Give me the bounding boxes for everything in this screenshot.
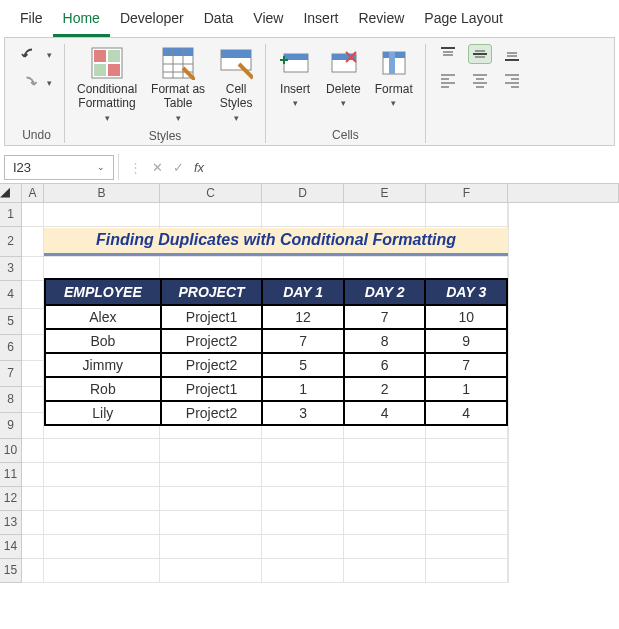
- tab-data[interactable]: Data: [194, 4, 244, 37]
- ribbon: ▾ ▾ Undo Conditional Formatting▾ Format …: [4, 37, 615, 146]
- table-row: RobProject1121: [45, 377, 507, 401]
- align-top-button[interactable]: [436, 44, 460, 64]
- formula-bar: I23 ⌄ ⋮ ✕ ✓ fx: [0, 152, 619, 184]
- table-row: JimmyProject2567: [45, 353, 507, 377]
- row-header-10[interactable]: 10: [0, 439, 22, 463]
- cancel-icon[interactable]: ✕: [152, 160, 163, 175]
- insert-button[interactable]: Insert▾: [276, 44, 314, 110]
- redo-button[interactable]: ▾: [19, 72, 54, 94]
- format-as-table-button[interactable]: Format as Table▾: [149, 44, 207, 125]
- row-header-14[interactable]: 14: [0, 535, 22, 559]
- dots-icon: ⋮: [129, 160, 142, 175]
- col-header-E[interactable]: E: [344, 184, 426, 202]
- data-table: EMPLOYEEPROJECTDAY 1DAY 2DAY 3 AlexProje…: [44, 278, 508, 426]
- tab-review[interactable]: Review: [348, 4, 414, 37]
- tab-file[interactable]: File: [10, 4, 53, 37]
- spreadsheet-grid: ◢ ABCDEF 123456789101112131415 Finding D…: [0, 184, 619, 583]
- name-box[interactable]: I23 ⌄: [4, 155, 114, 180]
- table-header: DAY 1: [262, 279, 344, 305]
- table-row: BobProject2789: [45, 329, 507, 353]
- ribbon-group-undo: ▾ ▾ Undo: [9, 44, 65, 143]
- group-label-styles: Styles: [149, 129, 182, 143]
- col-header-C[interactable]: C: [160, 184, 262, 202]
- ribbon-group-cells: Insert▾ Delete▾ Format▾ Cells: [266, 44, 426, 143]
- table-header: EMPLOYEE: [45, 279, 161, 305]
- tab-page-layout[interactable]: Page Layout: [414, 4, 513, 37]
- table-header: DAY 3: [425, 279, 507, 305]
- enter-icon[interactable]: ✓: [173, 160, 184, 175]
- align-bottom-button[interactable]: [500, 44, 524, 64]
- svg-rect-19: [389, 52, 395, 74]
- tab-developer[interactable]: Developer: [110, 4, 194, 37]
- col-header-F[interactable]: F: [426, 184, 508, 202]
- row-header-1[interactable]: 1: [0, 203, 22, 227]
- group-label-undo: Undo: [22, 128, 51, 142]
- svg-rect-2: [108, 50, 120, 62]
- row-header-8[interactable]: 8: [0, 387, 22, 413]
- row-header-11[interactable]: 11: [0, 463, 22, 487]
- svg-rect-6: [163, 48, 193, 56]
- tab-view[interactable]: View: [243, 4, 293, 37]
- table-row: AlexProject112710: [45, 305, 507, 329]
- tab-home[interactable]: Home: [53, 4, 110, 37]
- ribbon-group-alignment: [426, 44, 534, 143]
- group-label-cells: Cells: [332, 128, 359, 142]
- select-all-corner[interactable]: ◢: [0, 184, 22, 202]
- table-header: PROJECT: [161, 279, 263, 305]
- align-left-button[interactable]: [436, 70, 460, 90]
- row-header-3[interactable]: 3: [0, 257, 22, 281]
- chevron-down-icon: ⌄: [97, 162, 105, 172]
- align-middle-button[interactable]: [468, 44, 492, 64]
- svg-rect-4: [108, 64, 120, 76]
- svg-rect-1: [94, 50, 106, 62]
- table-row: LilyProject2344: [45, 401, 507, 425]
- column-headers: ◢ ABCDEF: [0, 184, 619, 203]
- row-header-15[interactable]: 15: [0, 559, 22, 583]
- tab-insert[interactable]: Insert: [293, 4, 348, 37]
- row-header-4[interactable]: 4: [0, 281, 22, 309]
- row-header-9[interactable]: 9: [0, 413, 22, 439]
- row-header-12[interactable]: 12: [0, 487, 22, 511]
- col-header-D[interactable]: D: [262, 184, 344, 202]
- svg-rect-12: [221, 50, 251, 58]
- row-header-5[interactable]: 5: [0, 309, 22, 335]
- cell-styles-button[interactable]: Cell Styles▾: [217, 44, 255, 125]
- align-right-button[interactable]: [500, 70, 524, 90]
- table-header-row: EMPLOYEEPROJECTDAY 1DAY 2DAY 3: [45, 279, 507, 305]
- ribbon-group-styles: Conditional Formatting▾ Format as Table▾…: [65, 44, 266, 143]
- row-header-6[interactable]: 6: [0, 335, 22, 361]
- row-header-2[interactable]: 2: [0, 227, 22, 257]
- row-header-7[interactable]: 7: [0, 361, 22, 387]
- undo-button[interactable]: ▾: [19, 44, 54, 66]
- align-center-button[interactable]: [468, 70, 492, 90]
- delete-button[interactable]: Delete▾: [324, 44, 363, 110]
- row-header-13[interactable]: 13: [0, 511, 22, 535]
- col-header-A[interactable]: A: [22, 184, 44, 202]
- fx-icon[interactable]: fx: [194, 160, 204, 175]
- table-header: DAY 2: [344, 279, 426, 305]
- svg-rect-3: [94, 64, 106, 76]
- conditional-formatting-button[interactable]: Conditional Formatting▾: [75, 44, 139, 125]
- format-button[interactable]: Format▾: [373, 44, 415, 110]
- title-banner: Finding Duplicates with Conditional Form…: [44, 228, 508, 256]
- col-header-B[interactable]: B: [44, 184, 160, 202]
- menu-bar: FileHomeDeveloperDataViewInsertReviewPag…: [0, 0, 619, 37]
